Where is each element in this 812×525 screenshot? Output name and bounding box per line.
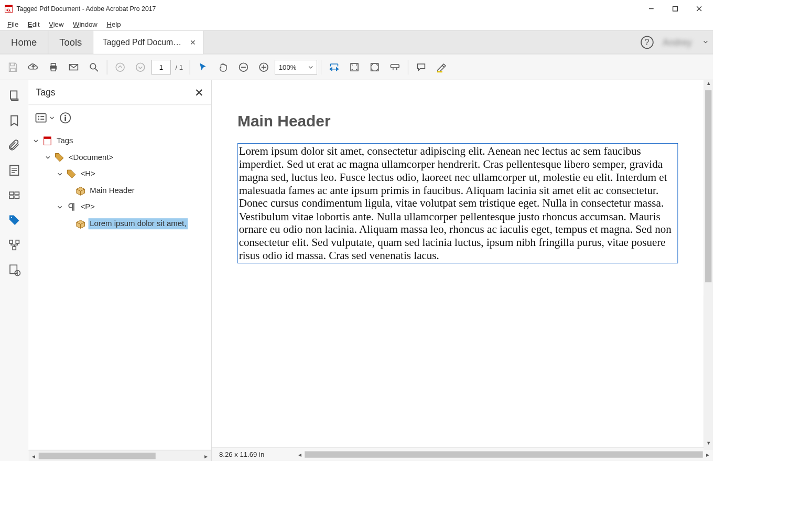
scroll-left-icon[interactable]: ◂	[295, 451, 305, 458]
app-icon	[5, 4, 13, 13]
status-hscroll[interactable]: ◂ ▸	[295, 451, 713, 458]
window-close-button[interactable]	[687, 0, 711, 17]
svg-rect-38	[36, 114, 46, 122]
zoom-out-icon[interactable]	[234, 58, 253, 76]
tags-panel-tools	[28, 105, 211, 131]
fullscreen-icon[interactable]	[365, 58, 384, 76]
nav-tags-icon[interactable]	[3, 209, 25, 231]
scroll-track[interactable]	[39, 453, 201, 459]
search-icon[interactable]	[85, 58, 103, 76]
tab-document-label: Tagged Pdf Docum…	[103, 38, 181, 47]
page-total-label: / 1	[172, 63, 186, 71]
tree-row-p-content[interactable]: Lorem ipsum dolor sit amet,	[32, 216, 211, 232]
document-header: Main Header	[237, 112, 678, 130]
menu-edit[interactable]: Edit	[23, 19, 44, 29]
tab-tools[interactable]: Tools	[48, 31, 93, 54]
menu-file[interactable]: File	[3, 19, 23, 29]
tab-document-close-icon[interactable]: ✕	[188, 38, 197, 47]
email-icon[interactable]	[64, 58, 83, 76]
menubar: File Edit View Window Help	[0, 17, 713, 30]
svg-rect-25	[10, 91, 17, 99]
box-icon	[75, 186, 85, 196]
zoom-select[interactable]: 100%	[275, 60, 317, 74]
hand-tool-icon[interactable]	[214, 58, 232, 76]
window-maximize-button[interactable]	[663, 0, 687, 17]
nav-thumbnails-icon[interactable]	[3, 85, 25, 107]
user-menu-caret-icon[interactable]	[703, 39, 709, 46]
tree-row-h-content[interactable]: Main Header	[32, 183, 211, 199]
scroll-right-icon[interactable]: ▸	[201, 452, 211, 459]
svg-point-12	[116, 63, 124, 71]
tags-panel-close-icon[interactable]: ✕	[194, 86, 204, 99]
document-view: Main Header Lorem ipsum dolor sit amet, …	[212, 80, 713, 461]
chevron-down-icon[interactable]	[44, 155, 51, 160]
toolbar-separator	[321, 60, 321, 74]
nav-structure-icon[interactable]	[3, 234, 25, 256]
menu-help[interactable]: Help	[102, 19, 126, 29]
scroll-up-icon[interactable]: ▴	[703, 80, 713, 90]
svg-rect-8	[51, 68, 56, 71]
svg-rect-1	[5, 5, 13, 7]
tree-row-root[interactable]: Tags	[32, 133, 211, 149]
cloud-upload-icon[interactable]	[24, 58, 42, 76]
menu-window[interactable]: Window	[68, 19, 102, 29]
tag-icon	[55, 153, 64, 163]
tab-home[interactable]: Home	[0, 31, 48, 54]
page-down-icon[interactable]	[131, 58, 149, 76]
zoom-in-icon[interactable]	[254, 58, 273, 76]
tab-document[interactable]: Tagged Pdf Docum… ✕	[93, 31, 203, 54]
document-vscroll[interactable]: ▴ ▾	[703, 80, 713, 450]
tags-info-button[interactable]	[59, 111, 72, 124]
svg-point-41	[38, 119, 39, 120]
comment-icon[interactable]	[412, 58, 430, 76]
window-title: Tagged Pdf Document - Adobe Acrobat Pro …	[17, 5, 156, 12]
scroll-right-icon[interactable]: ▸	[703, 451, 713, 458]
read-mode-icon[interactable]	[385, 58, 404, 76]
page-number-input[interactable]	[151, 60, 171, 74]
chevron-down-icon[interactable]	[56, 172, 63, 177]
svg-rect-34	[13, 247, 16, 250]
svg-point-44	[64, 115, 66, 116]
pdf-root-icon	[42, 136, 52, 146]
window-minimize-button[interactable]	[640, 0, 664, 17]
nav-attachments-icon[interactable]	[3, 134, 25, 156]
nav-accessibility-icon[interactable]: i	[3, 259, 25, 281]
nav-bookmarks-icon[interactable]	[3, 110, 25, 132]
nav-content-icon[interactable]	[3, 159, 25, 181]
scroll-track[interactable]	[305, 451, 702, 457]
chevron-down-icon[interactable]	[56, 205, 63, 210]
user-name[interactable]: Andrey	[660, 37, 695, 48]
tags-panel-header: Tags ✕	[28, 80, 211, 105]
tree-row-document[interactable]: <Document>	[32, 149, 211, 166]
tree-row-p[interactable]: <P>	[32, 199, 211, 216]
svg-rect-47	[44, 137, 51, 139]
page-up-icon[interactable]	[111, 58, 129, 76]
tags-tree[interactable]: Tags <Document> <H> Main Header <P>	[28, 131, 211, 449]
help-icon[interactable]: ?	[641, 36, 654, 49]
highlight-icon[interactable]	[432, 58, 450, 76]
document-scroll[interactable]: Main Header Lorem ipsum dolor sit amet, …	[212, 80, 704, 447]
tree-row-h[interactable]: <H>	[32, 166, 211, 183]
tags-options-button[interactable]	[35, 112, 55, 124]
toolbar-separator	[408, 60, 408, 74]
select-tool-icon[interactable]	[193, 58, 212, 76]
scroll-left-icon[interactable]: ◂	[28, 452, 38, 459]
tags-panel-hscroll[interactable]: ◂ ▸	[28, 450, 211, 461]
save-icon[interactable]	[4, 58, 22, 76]
page-size-label: 8.26 x 11.69 in	[212, 451, 295, 458]
scroll-down-icon[interactable]: ▾	[703, 440, 713, 449]
tags-panel-title: Tags	[36, 87, 55, 98]
print-icon[interactable]	[44, 58, 62, 76]
tree-label: <H>	[79, 168, 96, 179]
fit-width-icon[interactable]	[325, 58, 343, 76]
fit-page-icon[interactable]	[345, 58, 363, 76]
titlebar: Tagged Pdf Document - Adobe Acrobat Pro …	[0, 0, 713, 17]
menu-view[interactable]: View	[44, 19, 68, 29]
svg-text:i: i	[17, 271, 18, 276]
nav-order-icon[interactable]	[3, 184, 25, 206]
scroll-track[interactable]	[703, 90, 713, 440]
status-bar: 8.26 x 11.69 in ◂ ▸	[212, 447, 713, 461]
document-paragraph-selected[interactable]: Lorem ipsum dolor sit amet, consectetur …	[237, 143, 678, 263]
chevron-down-icon[interactable]	[32, 138, 39, 144]
box-icon	[75, 219, 85, 229]
